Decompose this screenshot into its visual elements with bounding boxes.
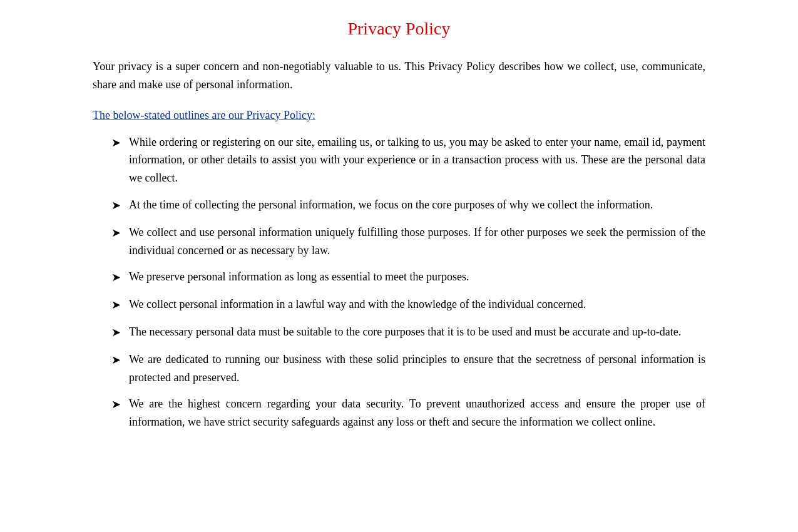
- arrow-icon: ➤: [111, 323, 129, 342]
- arrow-icon: ➤: [111, 223, 129, 242]
- list-item: ➤We collect personal information in a la…: [111, 295, 705, 314]
- list-item-text: We are dedicated to running our business…: [129, 350, 705, 387]
- list-item: ➤At the time of collecting the personal …: [111, 196, 705, 215]
- intro-paragraph: Your privacy is a super concern and non-…: [93, 58, 705, 94]
- list-item-text: The necessary personal data must be suit…: [129, 323, 705, 341]
- policy-outline-link[interactable]: The below-stated outlines are our Privac…: [93, 109, 705, 122]
- list-item-text: We collect personal information in a law…: [129, 295, 705, 314]
- policy-list: ➤While ordering or registering on our si…: [93, 133, 705, 431]
- list-item: ➤We collect and use personal information…: [111, 223, 705, 260]
- page-title: Privacy Policy: [93, 19, 705, 39]
- list-item: ➤We preserve personal information as lon…: [111, 268, 705, 287]
- arrow-icon: ➤: [111, 133, 129, 152]
- arrow-icon: ➤: [111, 268, 129, 287]
- list-item-text: While ordering or registering on our sit…: [129, 133, 705, 187]
- arrow-icon: ➤: [111, 295, 129, 314]
- list-item: ➤We are dedicated to running our busines…: [111, 350, 705, 387]
- arrow-icon: ➤: [111, 196, 129, 215]
- list-item-text: We are the highest concern regarding you…: [129, 395, 705, 431]
- list-item: ➤The necessary personal data must be sui…: [111, 323, 705, 342]
- list-item-text: We preserve personal information as long…: [129, 268, 705, 286]
- arrow-icon: ➤: [111, 395, 129, 414]
- list-item-text: At the time of collecting the personal i…: [129, 196, 705, 214]
- list-item-text: We collect and use personal information …: [129, 223, 705, 260]
- list-item: ➤We are the highest concern regarding yo…: [111, 395, 705, 431]
- arrow-icon: ➤: [111, 350, 129, 369]
- list-item: ➤While ordering or registering on our si…: [111, 133, 705, 187]
